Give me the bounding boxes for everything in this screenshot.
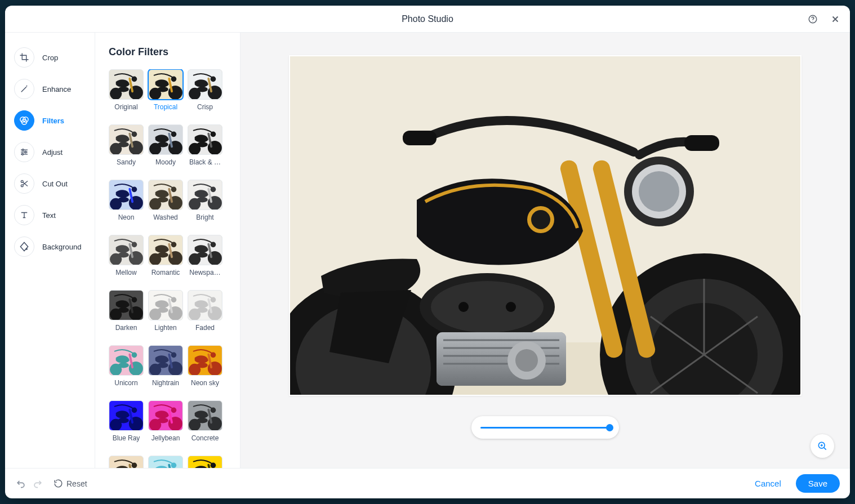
motorcycle-image: [290, 56, 801, 396]
modal-header: Photo Studio: [5, 6, 850, 33]
reset-button[interactable]: Reset: [54, 479, 87, 488]
filter-thumb: [148, 235, 183, 265]
zoom-in-button[interactable]: [811, 434, 834, 458]
svg-point-25: [158, 87, 168, 92]
sidebar-item-crop[interactable]: Crop: [11, 44, 89, 71]
svg-rect-175: [403, 131, 437, 145]
sidebar-item-label: Cut Out: [42, 180, 68, 188]
cancel-button[interactable]: Cancel: [746, 474, 790, 493]
svg-point-180: [431, 281, 544, 333]
filter-label: Faded: [188, 324, 222, 332]
filter-label: Unicorn: [109, 379, 144, 387]
filter-newspaper[interactable]: Newspa…: [188, 235, 222, 276]
filter-extra3[interactable]: [188, 456, 222, 468]
slider-knob[interactable]: [606, 424, 613, 431]
svg-point-11: [21, 180, 23, 182]
svg-point-73: [118, 252, 129, 258]
svg-point-9: [25, 151, 26, 153]
filter-sandy[interactable]: Sandy: [109, 124, 144, 166]
sidebar-item-filters[interactable]: Filters: [11, 107, 89, 134]
filter-tropical[interactable]: Tropical: [148, 69, 183, 111]
sidebar-item-cut-out[interactable]: Cut Out: [11, 170, 89, 197]
save-button[interactable]: Save: [796, 474, 840, 493]
filter-faded[interactable]: Faded: [188, 290, 222, 332]
close-button[interactable]: [825, 9, 845, 29]
filter-washed[interactable]: Washed: [148, 180, 183, 221]
filter-label: Moody: [148, 158, 183, 166]
filter-label: Romantic: [148, 269, 183, 276]
svg-rect-140: [109, 456, 143, 468]
help-icon: [808, 14, 818, 24]
filter-label: Newspa…: [188, 269, 222, 276]
filter-extra1[interactable]: [109, 456, 144, 468]
sidebar-item-label: Enhance: [42, 85, 71, 93]
filter-romantic[interactable]: Romantic: [148, 235, 183, 276]
filter-original[interactable]: Original: [109, 69, 144, 111]
filter-blueray[interactable]: Blue Ray: [109, 400, 144, 442]
svg-point-31: [197, 87, 208, 92]
filter-thumb: [148, 456, 183, 468]
footer-left: Reset: [15, 478, 87, 489]
filter-thumb: [109, 124, 144, 155]
filter-thumb: [188, 235, 222, 265]
text-icon: [14, 205, 34, 225]
redo-icon: [32, 478, 43, 489]
svg-point-85: [197, 252, 208, 258]
filters-scroll[interactable]: Original Tropical Crisp Sandy Mo: [109, 69, 240, 468]
wand-icon: [14, 79, 34, 99]
scissors-icon: [14, 173, 34, 194]
filter-label: Blue Ray: [109, 434, 144, 442]
filter-thumb: [109, 456, 144, 468]
sidebar-item-label: Text: [42, 211, 56, 220]
filter-moody[interactable]: Moody: [148, 124, 183, 166]
sidebar-item-label: Filters: [42, 117, 64, 125]
svg-point-97: [158, 307, 168, 313]
filter-thumb: [148, 345, 183, 376]
filter-crisp[interactable]: Crisp: [188, 69, 222, 111]
filter-jellybean[interactable]: Jellybean: [148, 400, 183, 442]
filter-label: Nightrain: [148, 379, 183, 387]
filter-mellow[interactable]: Mellow: [109, 235, 144, 276]
filter-lighten[interactable]: Lighten: [148, 290, 183, 332]
filter-bright[interactable]: Bright: [188, 180, 222, 221]
sliders-icon: [14, 142, 34, 162]
intensity-slider[interactable]: [471, 416, 619, 439]
filter-label: Neon: [109, 213, 144, 221]
sidebar-item-label: Crop: [42, 53, 58, 62]
filter-label: Washed: [148, 213, 183, 221]
sidebar-item-background[interactable]: Background: [11, 233, 89, 260]
crop-icon: [14, 47, 34, 68]
filters-panel-title: Color Filters: [109, 46, 240, 58]
preview-image[interactable]: [289, 55, 801, 396]
filter-nightrain[interactable]: Nightrain: [148, 345, 183, 387]
sidebar-item-adjust[interactable]: Adjust: [11, 139, 89, 166]
svg-point-37: [118, 142, 129, 148]
help-button[interactable]: [803, 9, 823, 29]
redo-button[interactable]: [32, 478, 43, 489]
filter-label: Mellow: [109, 269, 144, 276]
filter-darken[interactable]: Darken: [109, 290, 144, 332]
svg-point-61: [158, 197, 168, 203]
filter-label: Black & …: [188, 158, 222, 166]
filter-neonsky[interactable]: Neon sky: [188, 345, 222, 387]
filter-neon[interactable]: Neon: [109, 180, 144, 221]
svg-point-133: [158, 418, 168, 423]
filter-bw[interactable]: Black & …: [188, 124, 222, 166]
filter-extra2[interactable]: [148, 456, 183, 468]
sidebar-item-enhance[interactable]: Enhance: [11, 75, 89, 102]
filter-thumb: [109, 400, 144, 431]
filter-thumb: [188, 400, 222, 431]
header-actions: [803, 9, 845, 29]
svg-point-182: [506, 302, 516, 312]
sidebar-item-label: Background: [42, 243, 81, 251]
svg-point-43: [158, 142, 168, 148]
sidebar-item-text[interactable]: Text: [11, 202, 89, 229]
filter-unicorn[interactable]: Unicorn: [109, 345, 144, 387]
filter-thumb: [188, 124, 222, 155]
svg-line-192: [824, 448, 826, 450]
filter-label: Concrete: [188, 434, 222, 442]
svg-point-10: [22, 153, 24, 155]
filter-concrete[interactable]: Concrete: [188, 400, 222, 442]
undo-button[interactable]: [15, 478, 26, 489]
filter-thumb: [148, 124, 183, 155]
